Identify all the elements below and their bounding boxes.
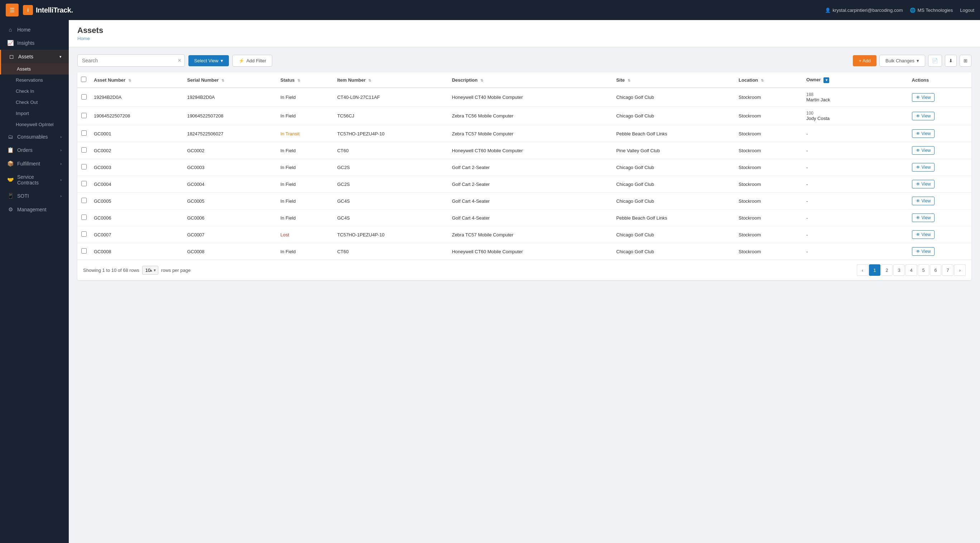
row-checkbox[interactable]: [81, 231, 87, 237]
th-owner[interactable]: Owner ▾: [803, 72, 908, 88]
sidebar-sub-item-reservations[interactable]: Reservations: [0, 75, 69, 86]
row-checkbox[interactable]: [81, 113, 87, 118]
next-page-button[interactable]: ›: [954, 264, 966, 276]
sidebar-sub-item-honeywell[interactable]: Honeywell OpIntel: [0, 119, 69, 130]
row-checkbox[interactable]: [81, 147, 87, 153]
rows-per-page-select[interactable]: 10 25 50: [142, 266, 158, 275]
page-button-6[interactable]: 6: [930, 264, 941, 276]
sidebar-sub-item-import[interactable]: Import: [0, 108, 69, 119]
view-button[interactable]: 👁 View: [912, 180, 935, 188]
assets-table: Asset Number ⇅ Serial Number ⇅ Status ⇅ …: [77, 72, 971, 260]
sidebar-item-home[interactable]: ⌂ Home: [0, 23, 69, 36]
topbar: ☰ i IntelliTrack. 👤 krystal.carpintieri@…: [0, 0, 980, 20]
bulk-changes-button[interactable]: Bulk Changes ▾: [879, 55, 925, 67]
view-button[interactable]: 👁 View: [912, 112, 935, 120]
th-location[interactable]: Location ⇅: [735, 72, 803, 88]
th-asset-number[interactable]: Asset Number ⇅: [90, 72, 183, 88]
download-button[interactable]: ⬇: [945, 55, 957, 67]
page-button-7[interactable]: 7: [942, 264, 953, 276]
view-button[interactable]: 👁 View: [912, 213, 935, 222]
breadcrumb-home-link[interactable]: Home: [77, 36, 90, 41]
pagination-pages: ‹ 1 2 3 4 5 6 7 ›: [857, 264, 966, 276]
cell-asset-number: 19294B2D0A: [90, 88, 183, 107]
add-button[interactable]: + Add: [853, 55, 877, 66]
th-item-number[interactable]: Item Number ⇅: [334, 72, 448, 88]
view-button[interactable]: 👁 View: [912, 163, 935, 172]
cell-serial-number: 19294B2D0A: [183, 88, 277, 107]
row-checkbox[interactable]: [81, 215, 87, 220]
sidebar-item-fulfillment[interactable]: 📦 Fulfillment ›: [0, 157, 69, 170]
add-filter-button[interactable]: ⚡ Add Filter: [232, 55, 272, 67]
export-button[interactable]: 📄: [928, 55, 942, 67]
table-row: GC0005 GC0005 In Field GC4S Golf Cart 4-…: [77, 193, 971, 210]
sidebar-item-assets[interactable]: ◻ Assets ▾: [0, 50, 69, 64]
cell-owner: -: [803, 159, 908, 176]
sidebar-sub-item-assets[interactable]: Assets: [0, 64, 69, 75]
assets-table-container: Asset Number ⇅ Serial Number ⇅ Status ⇅ …: [77, 72, 971, 280]
row-checkbox[interactable]: [81, 198, 87, 203]
chevron-right-icon: ›: [60, 162, 62, 166]
prev-page-button[interactable]: ‹: [857, 264, 868, 276]
sidebar-item-soti[interactable]: 📱 SOTI ›: [0, 189, 69, 203]
sidebar-item-insights[interactable]: 📈 Insights: [0, 36, 69, 50]
sidebar-sub-item-check-in[interactable]: Check In: [0, 86, 69, 97]
page-title: Assets: [77, 26, 971, 35]
view-button[interactable]: 👁 View: [912, 197, 935, 205]
th-status[interactable]: Status ⇅: [277, 72, 334, 88]
sort-icon: ⇅: [628, 78, 630, 82]
cell-status: In Field: [277, 243, 334, 260]
sidebar-item-label: Assets: [18, 54, 33, 59]
cell-owner: -: [803, 243, 908, 260]
sidebar-sub-item-check-out[interactable]: Check Out: [0, 97, 69, 108]
view-button[interactable]: 👁 View: [912, 230, 935, 239]
view-button[interactable]: 👁 View: [912, 247, 935, 256]
page-button-2[interactable]: 2: [881, 264, 892, 276]
row-checkbox[interactable]: [81, 181, 87, 186]
select-all-checkbox[interactable]: [81, 76, 86, 82]
search-clear-icon[interactable]: ×: [178, 57, 181, 64]
view-button[interactable]: 👁 View: [912, 93, 935, 102]
view-button[interactable]: 👁 View: [912, 129, 935, 138]
eye-icon: 👁: [916, 131, 920, 136]
cell-description: Golf Cart 2-Seater: [449, 159, 613, 176]
page-button-1[interactable]: 1: [869, 264, 880, 276]
management-icon: ⚙: [7, 206, 14, 213]
row-checkbox[interactable]: [81, 131, 87, 136]
cell-serial-number: GC0005: [183, 193, 277, 210]
cell-location: Stockroom: [735, 210, 803, 226]
owner-filter-icon[interactable]: ▾: [824, 77, 829, 83]
sidebar-item-consumables[interactable]: 🗂 Consumables ›: [0, 130, 69, 143]
select-view-button[interactable]: Select View ▾: [188, 55, 229, 66]
cell-item-number: GC4S: [334, 210, 448, 226]
view-button[interactable]: 👁 View: [912, 146, 935, 155]
menu-toggle-button[interactable]: ☰: [6, 3, 19, 16]
row-checkbox[interactable]: [81, 164, 87, 169]
eye-icon: 👁: [916, 165, 920, 170]
company-name: MS Technologies: [917, 8, 953, 13]
sidebar-item-orders[interactable]: 📋 Orders ›: [0, 143, 69, 157]
page-button-3[interactable]: 3: [893, 264, 905, 276]
row-checkbox[interactable]: [81, 94, 87, 100]
cell-actions: 👁 View: [908, 176, 971, 193]
submenu-label: Honeywell OpIntel: [16, 122, 54, 127]
th-serial-number[interactable]: Serial Number ⇅: [183, 72, 277, 88]
sidebar-item-management[interactable]: ⚙ Management: [0, 203, 69, 217]
page-button-5[interactable]: 5: [918, 264, 929, 276]
th-description[interactable]: Description ⇅: [449, 72, 613, 88]
sidebar-item-service-contracts[interactable]: 🤝 Service Contracts ›: [0, 170, 69, 189]
logout-link[interactable]: Logout: [960, 8, 974, 13]
row-checkbox[interactable]: [81, 248, 87, 253]
cell-status: In Field: [277, 210, 334, 226]
grid-view-button[interactable]: ⊞: [959, 55, 971, 67]
cell-actions: 👁 View: [908, 142, 971, 159]
app-name: IntelliTrack.: [36, 6, 73, 14]
rows-select-wrapper: 10 25 50 ▲▼: [142, 266, 158, 275]
cell-location: Stockroom: [735, 159, 803, 176]
cell-asset-number: GC0004: [90, 176, 183, 193]
sidebar-item-label: Home: [17, 27, 30, 33]
page-button-4[interactable]: 4: [905, 264, 917, 276]
cell-description: Golf Cart 4-Seater: [449, 193, 613, 210]
search-input[interactable]: [77, 54, 185, 67]
th-site[interactable]: Site ⇅: [612, 72, 735, 88]
table-row: GC0006 GC0006 In Field GC4S Golf Cart 4-…: [77, 210, 971, 226]
